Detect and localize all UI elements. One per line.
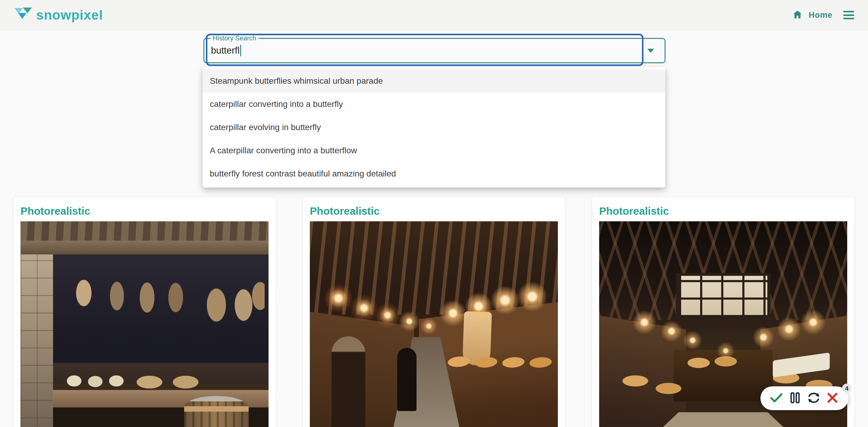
home-label: Home: [809, 10, 832, 20]
regenerate-button[interactable]: [807, 392, 820, 405]
refresh-icon: [807, 392, 820, 405]
suggestion-item[interactable]: A caterpillar converting into a butterfl…: [203, 139, 665, 162]
reject-button[interactable]: [826, 392, 839, 405]
approve-button[interactable]: [770, 392, 783, 405]
generated-image-market-stall[interactable]: [21, 221, 269, 427]
dropdown-toggle-button[interactable]: [642, 39, 660, 62]
brand-logo[interactable]: snowpixel: [14, 0, 103, 30]
hamburger-menu-icon[interactable]: [843, 11, 854, 19]
agent-control-toolbar: [761, 386, 848, 410]
close-icon: [827, 392, 838, 404]
text-cursor: [240, 45, 241, 56]
style-label: Photorealistic: [310, 205, 558, 217]
suggestion-item[interactable]: caterpillar evolving in butterfly: [203, 116, 665, 139]
header-nav: Home: [793, 0, 854, 30]
result-card: Photorealistic: [303, 197, 565, 427]
app-header: snowpixel Home: [0, 0, 868, 30]
caret-down-icon: [647, 49, 654, 53]
style-label: Photorealistic: [599, 205, 847, 217]
home-link[interactable]: Home: [793, 10, 832, 20]
step-count-badge: 4: [842, 384, 851, 393]
pause-icon: [789, 392, 801, 405]
history-search-combobox: History Search butterfl: [204, 38, 665, 63]
generated-image-lantern-alley[interactable]: [310, 221, 558, 427]
home-icon: [793, 10, 802, 20]
suggestion-item[interactable]: Steampunk butterflies whimsical urban pa…: [203, 69, 665, 93]
style-label: Photorealistic: [21, 205, 269, 217]
history-search-input[interactable]: butterfl: [211, 39, 241, 62]
history-suggestions-listbox: Steampunk butterflies whimsical urban pa…: [203, 67, 665, 188]
pause-button[interactable]: [788, 392, 802, 405]
app-screen: snowpixel Home History Search butterfl: [0, 0, 868, 427]
result-card: Photorealistic: [13, 197, 276, 427]
suggestion-item[interactable]: butterfly forest contrast beautiful amaz…: [203, 162, 665, 185]
brand-name: snowpixel: [36, 7, 103, 23]
snowpixel-logo-icon: [14, 6, 33, 24]
check-icon: [770, 393, 783, 404]
history-search-value: butterfl: [211, 45, 240, 56]
suggestion-item[interactable]: caterpillar converting into a butterfly: [203, 93, 665, 116]
